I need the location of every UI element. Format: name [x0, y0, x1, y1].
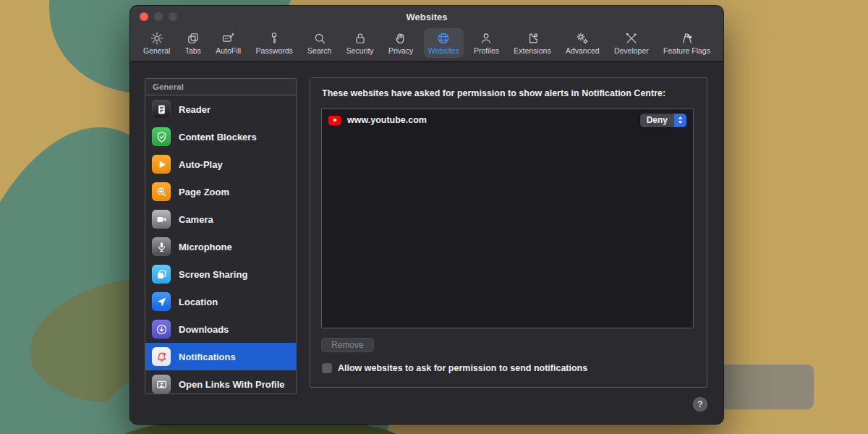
autofill-card-icon	[221, 30, 236, 46]
toolbar-tab-label: AutoFill	[216, 46, 241, 55]
minimize-window-button[interactable]	[154, 12, 163, 21]
sidebar-items: Reader Content Blockers Auto-Play Page Z…	[145, 95, 296, 394]
sidebar-item-label: Camera	[179, 214, 213, 225]
toolbar-tab-label: Feature Flags	[663, 46, 710, 55]
toolbar-tab-label: Privacy	[388, 46, 413, 55]
toolbar-tab-developer[interactable]: Developer	[610, 28, 653, 58]
sidebar-item-label: Open Links With Profile	[179, 379, 285, 390]
magnifier-plus-icon	[152, 182, 171, 201]
sidebar-item-label: Screen Sharing	[179, 269, 247, 280]
panel-description: These websites have asked for permission…	[310, 78, 707, 98]
toolbar-tab-label: Websites	[428, 46, 459, 55]
zoom-window-button[interactable]	[169, 12, 177, 21]
sidebar-item-open-links-profile[interactable]: Open Links With Profile	[145, 370, 296, 394]
permission-value: Deny	[640, 114, 674, 127]
reader-icon	[152, 100, 171, 119]
toolbar-tab-privacy[interactable]: Privacy	[384, 28, 417, 58]
sidebar-item-microphone[interactable]: Microphone	[145, 233, 296, 260]
toolbar-tab-label: Passwords	[255, 46, 292, 55]
sidebar-section-header: General	[145, 79, 296, 95]
sidebar-item-label: Reader	[179, 104, 210, 115]
puzzle-icon	[524, 30, 540, 46]
toolbar-tab-autofill[interactable]: AutoFill	[211, 28, 245, 58]
wallpaper-gray-card	[720, 365, 814, 409]
sidebar-item-label: Downloads	[179, 324, 229, 335]
toolbar-tab-label: Extensions	[514, 46, 550, 55]
person-icon	[479, 30, 494, 46]
shield-check-icon	[152, 127, 171, 146]
window-title: Websites	[130, 12, 723, 22]
toolbar-tab-security[interactable]: Security	[342, 28, 378, 58]
toolbar-tab-label: Security	[346, 46, 374, 55]
toolbar-tab-feature-flags[interactable]: Feature Flags	[659, 28, 715, 58]
toolbar-tab-label: Profiles	[474, 46, 499, 55]
lock-icon	[352, 30, 367, 46]
toolbar-tab-passwords[interactable]: Passwords	[251, 28, 297, 58]
toolbar-tab-extensions[interactable]: Extensions	[509, 28, 555, 58]
toolbar-tab-label: Developer	[614, 46, 649, 55]
sidebar-item-page-zoom[interactable]: Page Zoom	[145, 178, 296, 205]
sidebar-item-camera[interactable]: Camera	[145, 205, 296, 233]
hand-icon	[393, 30, 409, 46]
sidebar-item-label: Auto-Play	[179, 159, 223, 170]
websites-permission-list: www.youtube.com Deny	[321, 109, 694, 328]
screens-icon	[152, 265, 171, 284]
search-icon	[312, 30, 327, 46]
remove-button[interactable]: Remove	[321, 338, 374, 352]
website-row[interactable]: www.youtube.com Deny	[322, 109, 693, 131]
sidebar-item-content-blockers[interactable]: Content Blockers	[145, 123, 296, 150]
play-icon	[152, 155, 171, 174]
sidebar-item-label: Location	[179, 297, 218, 307]
toolbar-tab-label: General	[143, 46, 170, 55]
toolbar-tab-profiles[interactable]: Profiles	[469, 28, 503, 58]
allow-ask-checkbox[interactable]	[322, 363, 332, 373]
sidebar-item-location[interactable]: Location	[145, 288, 296, 315]
bell-badge-icon	[152, 347, 171, 366]
permission-dropdown[interactable]: Deny	[640, 114, 686, 127]
tabs-icon	[185, 30, 200, 46]
window-titlebar[interactable]: Websites	[130, 6, 723, 27]
toolbar-tab-advanced[interactable]: Advanced	[561, 28, 604, 58]
microphone-icon	[152, 237, 171, 256]
crossed-tools-icon	[624, 30, 639, 46]
sidebar-item-screen-sharing[interactable]: Screen Sharing	[145, 260, 296, 288]
sidebar-item-label: Notifications	[179, 352, 236, 362]
sidebar-item-label: Microphone	[179, 242, 232, 252]
flags-icon	[679, 30, 694, 46]
sidebar-item-downloads[interactable]: Downloads	[145, 315, 296, 343]
toolbar-tab-label: Tabs	[185, 46, 201, 55]
youtube-favicon-icon	[328, 116, 341, 125]
toolbar-tab-label: Search	[307, 46, 331, 55]
download-circle-icon	[152, 320, 171, 339]
dropdown-stepper-icon	[674, 114, 686, 127]
help-button[interactable]: ?	[693, 397, 707, 412]
allow-ask-label: Allow websites to ask for permission to …	[338, 363, 587, 373]
website-domain: www.youtube.com	[347, 115, 634, 125]
toolbar-tab-websites[interactable]: Websites	[424, 28, 464, 58]
sidebar-item-notifications[interactable]: Notifications	[145, 343, 296, 370]
websites-content: General Reader Content Blockers Auto-Pla…	[130, 61, 723, 424]
toolbar-tab-tabs[interactable]: Tabs	[181, 28, 205, 58]
sidebar-item-reader[interactable]: Reader	[145, 95, 296, 123]
toolbar-tab-search[interactable]: Search	[303, 28, 336, 58]
sidebar-item-auto-play[interactable]: Auto-Play	[145, 150, 296, 178]
video-camera-icon	[152, 210, 171, 229]
safari-settings-window: Websites General Tabs AutoFill Passwords…	[130, 6, 723, 424]
sidebar-item-label: Page Zoom	[179, 187, 229, 197]
notifications-panel: These websites have asked for permission…	[310, 77, 707, 388]
sidebar-item-label: Content Blockers	[179, 132, 257, 142]
navigation-icon	[152, 292, 171, 311]
profile-card-icon	[152, 375, 171, 393]
toolbar-tab-label: Advanced	[566, 46, 600, 55]
gears-icon	[575, 30, 590, 46]
allow-ask-row: Allow websites to ask for permission to …	[322, 363, 587, 373]
traffic-lights	[130, 12, 177, 21]
key-icon	[267, 30, 282, 46]
globe-icon	[436, 30, 451, 46]
close-window-button[interactable]	[140, 12, 148, 21]
toolbar-tab-general[interactable]: General	[139, 28, 174, 58]
websites-sidebar: General Reader Content Blockers Auto-Pla…	[145, 78, 297, 394]
gear-icon	[149, 30, 164, 46]
settings-toolbar: General Tabs AutoFill Passwords Search S…	[130, 27, 723, 61]
